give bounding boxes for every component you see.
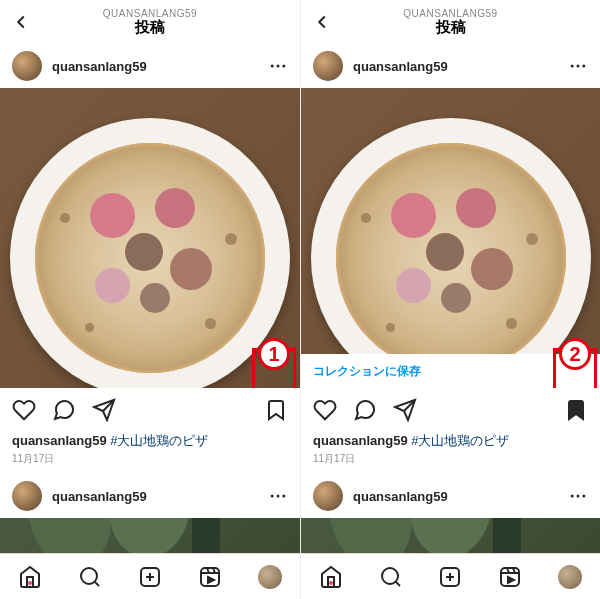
notification-dot xyxy=(329,581,333,585)
post-username[interactable]: quansanlang59 xyxy=(52,489,268,504)
more-icon[interactable] xyxy=(568,486,588,506)
svg-point-2 xyxy=(282,65,285,68)
share-icon[interactable] xyxy=(393,398,417,422)
like-icon[interactable] xyxy=(313,398,337,422)
post-date: 11月17日 xyxy=(301,452,600,474)
header-title: 投稿 xyxy=(103,19,197,36)
post-image[interactable]: コレクションに保存 2 xyxy=(301,88,600,388)
svg-point-0 xyxy=(271,65,274,68)
more-icon[interactable] xyxy=(268,56,288,76)
svg-line-27 xyxy=(395,581,399,585)
more-icon[interactable] xyxy=(568,56,588,76)
svg-point-19 xyxy=(577,65,580,68)
caption: quansanlang59 #大山地鶏のピザ xyxy=(0,432,300,452)
svg-point-7 xyxy=(282,495,285,498)
avatar[interactable] xyxy=(313,51,343,81)
next-post-header: quansanlang59 xyxy=(0,474,300,518)
header-title: 投稿 xyxy=(403,19,497,36)
action-bar xyxy=(301,388,600,432)
svg-point-26 xyxy=(382,568,398,584)
svg-point-24 xyxy=(577,495,580,498)
avatar[interactable] xyxy=(12,51,42,81)
search-icon[interactable] xyxy=(78,565,102,589)
home-icon[interactable] xyxy=(319,565,343,589)
top-bar: QUANSANLANG59 投稿 xyxy=(301,0,600,44)
toast-text: コレクションに保存 xyxy=(313,363,421,380)
share-icon[interactable] xyxy=(92,398,116,422)
comment-icon[interactable] xyxy=(353,398,377,422)
right-pane: QUANSANLANG59 投稿 quansanlang59 コレクションに保存 xyxy=(300,0,600,599)
left-pane: QUANSANLANG59 投稿 quansanlang59 1 xyxy=(0,0,300,599)
svg-point-20 xyxy=(582,65,585,68)
svg-point-18 xyxy=(571,65,574,68)
svg-point-23 xyxy=(571,495,574,498)
svg-point-6 xyxy=(277,495,280,498)
post-date: 11月17日 xyxy=(0,452,300,474)
svg-point-1 xyxy=(277,65,280,68)
top-bar: QUANSANLANG59 投稿 xyxy=(0,0,300,44)
caption: quansanlang59 #大山地鶏のピザ xyxy=(301,432,600,452)
post-image[interactable]: 1 xyxy=(0,88,300,388)
svg-line-9 xyxy=(95,581,99,585)
hashtag[interactable]: #大山地鶏のピザ xyxy=(110,433,208,448)
bookmark-icon-filled[interactable] xyxy=(564,398,588,422)
caption-username[interactable]: quansanlang59 xyxy=(12,433,107,448)
bottom-nav xyxy=(0,553,300,599)
post-username[interactable]: quansanlang59 xyxy=(353,489,568,504)
back-icon[interactable] xyxy=(311,11,333,33)
reels-icon[interactable] xyxy=(198,565,222,589)
svg-marker-35 xyxy=(508,577,514,583)
svg-point-8 xyxy=(81,568,97,584)
title-block: QUANSANLANG59 投稿 xyxy=(103,8,197,36)
avatar[interactable] xyxy=(313,481,343,511)
next-post-header: quansanlang59 xyxy=(301,474,600,518)
home-icon[interactable] xyxy=(18,565,42,589)
add-icon[interactable] xyxy=(438,565,462,589)
add-icon[interactable] xyxy=(138,565,162,589)
svg-point-25 xyxy=(582,495,585,498)
notification-dot xyxy=(28,581,32,585)
annotation-number-1: 1 xyxy=(258,338,290,370)
profile-icon[interactable] xyxy=(258,565,282,589)
save-toast[interactable]: コレクションに保存 xyxy=(301,354,600,388)
title-block: QUANSANLANG59 投稿 xyxy=(403,8,497,36)
post-username[interactable]: quansanlang59 xyxy=(52,59,268,74)
avatar[interactable] xyxy=(12,481,42,511)
post-username[interactable]: quansanlang59 xyxy=(353,59,568,74)
hashtag[interactable]: #大山地鶏のピザ xyxy=(411,433,509,448)
annotation-number-2: 2 xyxy=(559,338,591,370)
reels-icon[interactable] xyxy=(498,565,522,589)
profile-icon[interactable] xyxy=(558,565,582,589)
like-icon[interactable] xyxy=(12,398,36,422)
bottom-nav xyxy=(301,553,600,599)
post-header: quansanlang59 xyxy=(0,44,300,88)
back-icon[interactable] xyxy=(10,11,32,33)
bookmark-icon[interactable] xyxy=(264,398,288,422)
svg-marker-17 xyxy=(208,577,214,583)
svg-point-5 xyxy=(271,495,274,498)
action-bar xyxy=(0,388,300,432)
comment-icon[interactable] xyxy=(52,398,76,422)
search-icon[interactable] xyxy=(379,565,403,589)
caption-username[interactable]: quansanlang59 xyxy=(313,433,408,448)
post-header: quansanlang59 xyxy=(301,44,600,88)
more-icon[interactable] xyxy=(268,486,288,506)
